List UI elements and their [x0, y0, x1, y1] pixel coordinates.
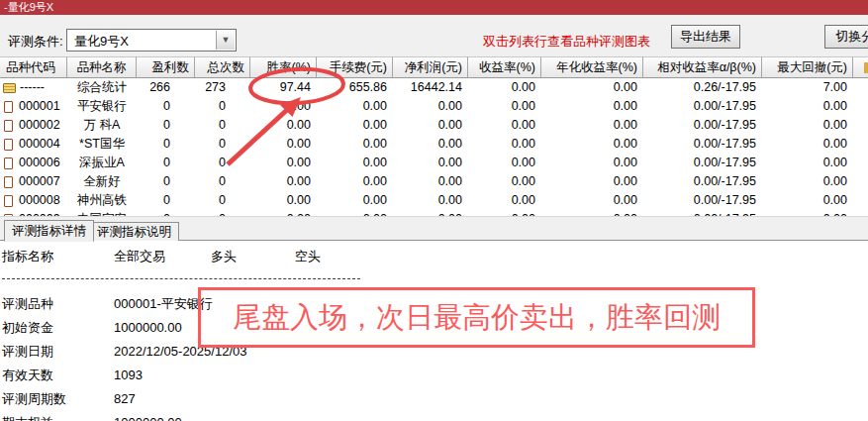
table-row[interactable]: 000008神州高铁000.000.000.000.000.000.00/-17… — [0, 191, 868, 210]
cell: 0 — [137, 154, 195, 172]
detail-label: 评测周期数 — [2, 387, 114, 411]
window-title: -量化9号X — [4, 1, 53, 13]
column-header-2[interactable]: 盈利数 — [137, 56, 195, 78]
document-icon — [4, 139, 13, 151]
column-header-8[interactable]: 年化收益率(%) — [541, 56, 643, 78]
cell: 0.00 — [468, 116, 541, 135]
cell: 16442.14 — [393, 78, 468, 97]
detail-label: 初始资金 — [2, 316, 114, 340]
cell: 0.00 — [250, 172, 317, 191]
column-header-3[interactable]: 总次数 — [195, 56, 250, 78]
detail-row: 有效天数1093 — [2, 364, 868, 387]
cell: 0.00 — [468, 97, 541, 116]
detail-value: 1000000.00 — [114, 316, 182, 340]
document-icon — [4, 176, 13, 188]
toolbar: 评测条件: 量化9号X ▼ 双击列表行查看品种评测图表 导出结果 切换分 — [0, 15, 868, 56]
cell: 综合统计 — [67, 78, 137, 97]
cell: 神州高铁 — [67, 191, 137, 210]
cell: 273 — [195, 78, 250, 97]
column-header-5[interactable]: 手续费(元) — [317, 56, 393, 78]
cell: 0.00 — [250, 116, 317, 135]
cell: 97.44 — [250, 78, 317, 97]
cell: 0.00/-17.95 — [643, 116, 762, 135]
cell: 0.00 — [762, 116, 853, 135]
symbol-code: 000004 — [19, 135, 60, 154]
symbol-code: 000007 — [19, 172, 60, 191]
detail-col-all: 全部交易 — [114, 245, 211, 268]
condition-label: 评测条件: — [8, 33, 63, 51]
cell: 0.00 — [317, 154, 393, 172]
column-header-0[interactable]: 品种代码 — [0, 56, 67, 78]
cell: 0 — [195, 116, 250, 135]
cell — [853, 135, 868, 154]
cell: 0.00 — [317, 116, 393, 135]
cell: 0.00 — [393, 172, 468, 191]
symbol-cell: 000007 — [0, 172, 67, 191]
cell: 0 — [137, 172, 195, 191]
cell: 0.00 — [317, 191, 393, 210]
symbol-cell: 000001 — [0, 97, 67, 116]
column-header-6[interactable]: 净利润(元) — [393, 56, 468, 78]
detail-value: 000001-平安银行 — [114, 292, 213, 316]
cell: 0.00 — [762, 172, 853, 191]
dashed-divider — [2, 278, 360, 279]
cell: 全新好 — [67, 172, 137, 191]
cell — [853, 172, 868, 191]
detail-label: 有效天数 — [2, 364, 114, 387]
detail-label: 评测品种 — [2, 292, 114, 316]
document-icon — [4, 195, 13, 207]
table-row[interactable]: 000002万 科A000.000.000.000.000.000.00/-17… — [0, 116, 868, 135]
cell: 0 — [195, 172, 250, 191]
condition-combobox[interactable]: 量化9号X ▼ — [66, 29, 237, 52]
cell: 0.00 — [250, 191, 317, 210]
cell — [853, 97, 868, 116]
column-header-11[interactable] — [853, 56, 868, 78]
table-row[interactable]: 000007全新好000.000.000.000.000.000.00/-17.… — [0, 172, 868, 191]
detail-separator — [2, 268, 868, 292]
detail-col-name: 指标名称 — [2, 245, 114, 268]
cell — [853, 191, 868, 210]
column-header-10[interactable]: 最大回撤(元) — [762, 56, 853, 78]
cell: 655.86 — [317, 78, 393, 97]
cell: 0 — [195, 97, 250, 116]
table-row[interactable]: 000001平安银行000.000.000.000.000.000.00/-17… — [0, 97, 868, 116]
table-row[interactable]: 000006深振业A000.000.000.000.000.000.00/-17… — [0, 154, 868, 172]
detail-row: 评测日期2022/12/05-2025/12/03 — [2, 340, 868, 364]
column-header-9[interactable]: 相对收益率α/β(%) — [643, 56, 762, 78]
detail-label: 期末权益 — [2, 411, 114, 421]
symbol-cell: ------ — [0, 78, 67, 97]
detail-value: 2022/12/05-2025/12/03 — [114, 340, 246, 364]
cell: 0.00 — [393, 116, 468, 135]
cell: 0.00/-17.95 — [643, 154, 762, 172]
condition-combobox-value: 量化9号X — [74, 33, 129, 51]
export-results-button[interactable]: 导出结果 — [671, 25, 740, 49]
cell: 0.00 — [541, 172, 643, 191]
cell — [853, 78, 868, 97]
table-row[interactable]: ------综合统计26627397.44655.8616442.140.000… — [0, 78, 868, 97]
cell: 0 — [195, 154, 250, 172]
column-header-4[interactable]: 胜率(%) — [250, 56, 317, 78]
detail-label: 评测日期 — [2, 340, 114, 364]
table-row[interactable]: 000004*ST国华000.000.000.000.000.000.00/-1… — [0, 135, 868, 154]
detail-value: 1093 — [114, 364, 143, 387]
cell: 0.00 — [541, 78, 643, 97]
switch-group-button[interactable]: 切换分 — [824, 25, 868, 49]
double-click-hint: 双击列表行查看品种评测图表 — [483, 33, 650, 51]
cell: 0.00 — [317, 97, 393, 116]
symbol-code: 000001 — [19, 97, 60, 116]
cell: 0 — [195, 135, 250, 154]
detail-col-short: 空头 — [295, 245, 321, 268]
symbol-code: 000006 — [19, 154, 60, 172]
chevron-down-icon[interactable]: ▼ — [216, 31, 235, 50]
tab-indicator-details[interactable]: 评测指标详情 — [4, 220, 94, 242]
cell: 0.00 — [541, 135, 643, 154]
tab-indicator-help[interactable]: 评测指标说明 — [89, 222, 179, 242]
document-icon — [4, 120, 13, 132]
cell: 0.00 — [250, 97, 317, 116]
cell: 0.00 — [762, 135, 853, 154]
results-table: 品种代码品种名称盈利数总次数胜率(%)手续费(元)净利润(元)收益率(%)年化收… — [0, 56, 868, 216]
column-header-7[interactable]: 收益率(%) — [468, 56, 541, 78]
cell: 0 — [137, 191, 195, 210]
column-header-1[interactable]: 品种名称 — [67, 56, 137, 78]
cell: 万 科A — [67, 116, 137, 135]
